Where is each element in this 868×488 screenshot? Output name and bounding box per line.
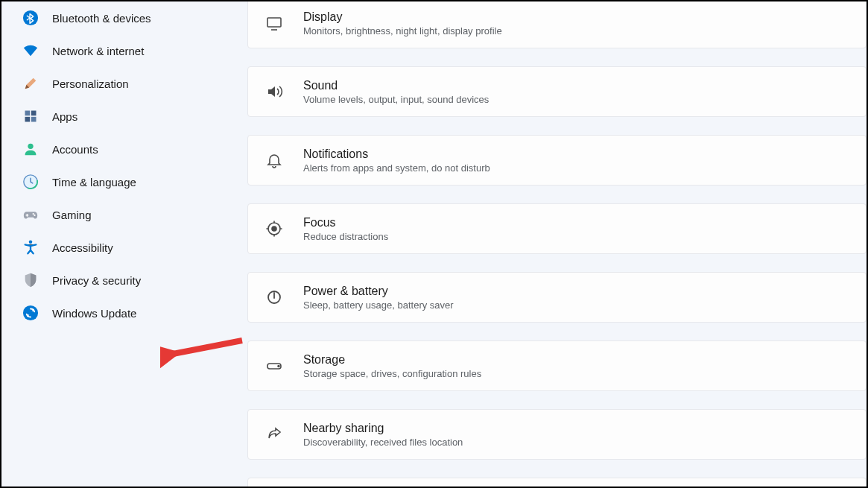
sidebar-item-bluetooth[interactable]: Bluetooth & devices: [1, 1, 232, 34]
card-subtitle: Reduce distractions: [303, 231, 388, 242]
sidebar-item-privacy[interactable]: Privacy & security: [1, 264, 232, 297]
card-text: Storage Storage space, drives, configura…: [303, 353, 481, 379]
card-power[interactable]: Power & battery Sleep, battery usage, ba…: [247, 272, 867, 323]
card-title: Notifications: [303, 148, 490, 161]
sidebar-item-label: Windows Update: [52, 307, 136, 320]
gaming-icon: [22, 206, 39, 223]
privacy-icon: [22, 272, 39, 288]
sidebar-item-label: Network & internet: [52, 45, 144, 57]
card-title: Storage: [303, 353, 481, 367]
card-text: Sound Volume levels, output, input, soun…: [303, 79, 489, 105]
sidebar-item-label: Accounts: [52, 143, 98, 156]
card-sound[interactable]: Sound Volume levels, output, input, soun…: [247, 66, 867, 117]
card-subtitle: Storage space, drives, configuration rul…: [303, 368, 481, 379]
sidebar-item-network[interactable]: Network & internet: [1, 34, 232, 67]
card-display[interactable]: Display Monitors, brightness, night ligh…: [247, 1, 867, 48]
card-title: Power & battery: [303, 285, 454, 298]
svg-point-10: [29, 240, 33, 244]
sound-icon: [264, 82, 284, 101]
notifications-icon: [264, 150, 284, 170]
sidebar-item-label: Time & language: [52, 176, 136, 188]
storage-icon: [264, 356, 284, 375]
card-text: Display Monitors, brightness, night ligh…: [303, 10, 502, 37]
accounts-icon: [22, 141, 39, 157]
card-focus[interactable]: Focus Reduce distractions: [247, 203, 867, 254]
apps-icon: [22, 108, 39, 124]
sharing-icon: [264, 425, 284, 444]
sidebar-item-apps[interactable]: Apps: [1, 100, 232, 133]
personalization-icon: [22, 75, 39, 92]
svg-rect-2: [31, 111, 37, 116]
sidebar-item-label: Apps: [52, 110, 77, 123]
main-content: Display Monitors, brightness, night ligh…: [232, 1, 867, 487]
sidebar-item-accessibility[interactable]: Accessibility: [1, 231, 232, 264]
focus-icon: [264, 219, 284, 238]
card-sharing[interactable]: Nearby sharing Discoverability, received…: [247, 409, 867, 460]
card-title: Nearby sharing: [303, 422, 463, 435]
card-subtitle: Alerts from apps and system, do not dist…: [303, 162, 490, 174]
card-subtitle: Monitors, brightness, night light, displ…: [303, 25, 502, 37]
svg-rect-13: [267, 18, 281, 27]
card-multitasking[interactable]: Multitasking: [247, 478, 867, 487]
accessibility-icon: [22, 239, 39, 256]
wifi-icon: [22, 42, 39, 59]
sidebar-item-accounts[interactable]: Accounts: [1, 133, 232, 165]
card-text: Nearby sharing Discoverability, received…: [303, 422, 463, 448]
svg-point-18: [278, 366, 279, 367]
sidebar: Bluetooth & devices Network & internet P…: [1, 1, 232, 487]
svg-point-11: [23, 305, 38, 320]
card-text: Focus Reduce distractions: [303, 216, 388, 242]
svg-point-5: [28, 144, 33, 149]
bluetooth-icon: [22, 10, 39, 26]
svg-point-15: [272, 226, 276, 231]
sidebar-item-label: Accessibility: [52, 241, 113, 254]
sidebar-item-label: Personalization: [52, 77, 129, 90]
card-text: Notifications Alerts from apps and syste…: [303, 148, 490, 174]
sidebar-item-time[interactable]: Time & language: [1, 165, 232, 198]
card-subtitle: Volume levels, output, input, sound devi…: [303, 94, 489, 105]
card-title: Sound: [303, 79, 489, 92]
svg-point-9: [34, 215, 35, 216]
svg-rect-4: [31, 117, 37, 122]
card-title: Focus: [303, 216, 388, 229]
card-text: Power & battery Sleep, battery usage, ba…: [303, 285, 454, 311]
power-icon: [264, 288, 284, 307]
update-icon: [22, 305, 39, 321]
sidebar-item-update[interactable]: Windows Update: [1, 297, 232, 329]
card-notifications[interactable]: Notifications Alerts from apps and syste…: [247, 135, 867, 186]
time-icon: [22, 174, 39, 190]
card-subtitle: Sleep, battery usage, battery saver: [303, 300, 454, 311]
svg-rect-3: [25, 117, 31, 122]
sidebar-item-gaming[interactable]: Gaming: [1, 198, 232, 231]
display-icon: [264, 13, 284, 33]
sidebar-item-personalization[interactable]: Personalization: [1, 67, 232, 100]
svg-rect-1: [25, 111, 31, 116]
sidebar-item-label: Bluetooth & devices: [52, 12, 151, 25]
card-subtitle: Discoverability, received files location: [303, 437, 463, 448]
card-storage[interactable]: Storage Storage space, drives, configura…: [247, 340, 867, 391]
svg-point-8: [33, 213, 34, 215]
sidebar-item-label: Privacy & security: [52, 274, 141, 287]
sidebar-item-label: Gaming: [52, 209, 92, 221]
card-title: Display: [303, 10, 502, 24]
